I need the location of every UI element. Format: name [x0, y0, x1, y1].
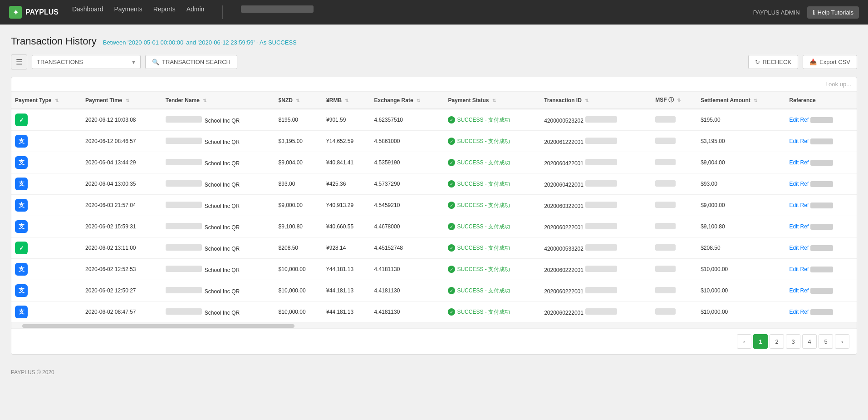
scrollbar-thumb[interactable] — [22, 324, 294, 328]
edit-ref-button[interactable]: Edit Ref — [790, 159, 809, 166]
blurred-ref-value — [810, 138, 833, 144]
edit-ref-button[interactable]: Edit Ref — [790, 117, 809, 123]
cell-payment-status: ✓ SUCCESS - 支付成功 — [444, 280, 540, 301]
blurred-ref-value — [810, 160, 833, 166]
cell-nzd: $9,004.00 — [275, 152, 323, 173]
col-nzd[interactable]: $NZD ⇅ — [275, 92, 323, 109]
blurred-tender-prefix — [166, 266, 202, 272]
cell-reference: Edit Ref — [786, 280, 857, 301]
transactions-table: Payment Type ⇅ Payment Time ⇅ Tender Nam… — [11, 92, 857, 323]
col-exchange-rate[interactable]: Exchange Rate ⇅ — [371, 92, 445, 109]
cell-transaction-id: 4200000523202 — [540, 109, 652, 131]
toolbar-right: ↻ RECHECK 📥 Export CSV — [748, 55, 858, 69]
table-row: 支2020-06-02 15:59:31School Inc QR$9,100.… — [11, 216, 857, 237]
col-transaction-id[interactable]: Transaction ID ⇅ — [540, 92, 652, 109]
col-rmb[interactable]: ¥RMB ⇅ — [323, 92, 370, 109]
col-payment-status[interactable]: Payment Status ⇅ — [444, 92, 540, 109]
cell-exchange-rate: 4.5459210 — [371, 195, 445, 216]
cell-msf — [652, 109, 697, 131]
col-payment-type[interactable]: Payment Type ⇅ — [11, 92, 82, 109]
pagination-prev[interactable]: ‹ — [737, 334, 751, 349]
cell-nzd: $10,000.00 — [275, 280, 323, 301]
edit-ref-button[interactable]: Edit Ref — [790, 245, 809, 251]
blurred-msf — [655, 159, 676, 165]
cell-payment-type: ✓ — [11, 109, 82, 131]
edit-ref-button[interactable]: Edit Ref — [790, 181, 809, 187]
col-settlement[interactable]: Settlement Amount ⇅ — [697, 92, 785, 109]
blurred-ref-value — [810, 245, 833, 251]
hamburger-icon: ☰ — [16, 58, 22, 66]
logo[interactable]: ✦ PAYPLUS — [9, 6, 59, 19]
transactions-select[interactable]: TRANSACTIONS — [32, 55, 141, 69]
edit-ref-button[interactable]: Edit Ref — [790, 287, 809, 294]
table-row: ✓2020-06-02 13:11:00School Inc QR$208.50… — [11, 237, 857, 259]
col-reference[interactable]: Reference — [786, 92, 857, 109]
col-msf[interactable]: MSF ⓘ ⇅ — [652, 92, 697, 109]
recheck-button[interactable]: ↻ RECHECK — [748, 55, 799, 69]
cell-rmb: ¥40,841.41 — [323, 152, 370, 173]
help-tutorials-button[interactable]: ℹ Help Tutorials — [807, 6, 859, 19]
table-row: 支2020-06-12 08:46:57School Inc QR$3,195.… — [11, 131, 857, 152]
horizontal-scrollbar[interactable] — [11, 323, 857, 328]
cell-settlement: $9,100.80 — [697, 216, 785, 237]
cell-tender-name: School Inc QR — [162, 280, 275, 301]
cell-settlement: $9,004.00 — [697, 152, 785, 173]
cell-payment-status: ✓ SUCCESS - 支付成功 — [444, 173, 540, 195]
cell-exchange-rate: 4.5359190 — [371, 152, 445, 173]
cell-payment-status: ✓ SUCCESS - 支付成功 — [444, 301, 540, 323]
alipay-icon: 支 — [15, 178, 28, 190]
blurred-ref-value — [810, 117, 833, 123]
search-label: TRANSACTION SEARCH — [162, 59, 230, 65]
success-check-icon: ✓ — [448, 180, 455, 188]
transaction-search-button[interactable]: 🔍 TRANSACTION SEARCH — [145, 55, 237, 69]
edit-ref-button[interactable]: Edit Ref — [790, 223, 809, 230]
nav-payments[interactable]: Payments — [114, 5, 142, 19]
table-body: ✓2020-06-12 10:03:08School Inc QR$195.00… — [11, 109, 857, 323]
table-wrapper: Payment Type ⇅ Payment Time ⇅ Tender Nam… — [11, 92, 857, 323]
pagination-next[interactable]: › — [835, 334, 849, 349]
cell-payment-type: 支 — [11, 216, 82, 237]
edit-ref-button[interactable]: Edit Ref — [790, 138, 809, 144]
pagination-page-5[interactable]: 5 — [819, 334, 833, 349]
cell-nzd: $93.00 — [275, 173, 323, 195]
edit-ref-button[interactable]: Edit Ref — [790, 202, 809, 208]
menu-icon-button[interactable]: ☰ — [11, 54, 27, 69]
blurred-txn-suffix — [585, 138, 617, 144]
cell-payment-time: 2020-06-04 13:44:29 — [82, 152, 162, 173]
cell-rmb: ¥40,660.55 — [323, 216, 370, 237]
lookup-text: Look up... — [825, 81, 851, 88]
edit-ref-button[interactable]: Edit Ref — [790, 266, 809, 272]
export-csv-button[interactable]: 📥 Export CSV — [803, 55, 857, 69]
alipay-icon: 支 — [15, 199, 28, 212]
recheck-label: RECHECK — [763, 59, 792, 65]
pagination-page-4[interactable]: 4 — [802, 334, 817, 349]
cell-tender-name: School Inc QR — [162, 152, 275, 173]
nav-reports[interactable]: Reports — [153, 5, 176, 19]
cell-payment-status: ✓ SUCCESS - 支付成功 — [444, 216, 540, 237]
cell-nzd: $9,000.00 — [275, 195, 323, 216]
cell-payment-status: ✓ SUCCESS - 支付成功 — [444, 259, 540, 280]
nav-admin[interactable]: Admin — [186, 5, 205, 19]
cell-nzd: $9,100.80 — [275, 216, 323, 237]
cell-exchange-rate: 4.62357510 — [371, 109, 445, 131]
cell-tender-name: School Inc QR — [162, 216, 275, 237]
pagination-page-2[interactable]: 2 — [770, 334, 784, 349]
blurred-tender-prefix — [166, 180, 202, 187]
nav-dashboard[interactable]: Dashboard — [72, 5, 103, 19]
search-icon: 🔍 — [152, 59, 159, 65]
cell-rmb: ¥928.14 — [323, 237, 370, 259]
pagination-page-1[interactable]: 1 — [753, 334, 768, 349]
alipay-icon: 支 — [15, 156, 28, 169]
cell-transaction-id: 2020060422001 — [540, 173, 652, 195]
blurred-ref-value — [810, 288, 833, 294]
blurred-ref-value — [810, 309, 833, 315]
cell-payment-status: ✓ SUCCESS - 支付成功 — [444, 109, 540, 131]
edit-ref-button[interactable]: Edit Ref — [790, 309, 809, 315]
wechat-icon: ✓ — [15, 242, 28, 254]
blurred-txn-suffix — [585, 116, 617, 123]
blurred-txn-suffix — [585, 287, 617, 293]
col-tender-name[interactable]: Tender Name ⇅ — [162, 92, 275, 109]
pagination-page-3[interactable]: 3 — [786, 334, 800, 349]
cell-transaction-id: 2020060222001 — [540, 216, 652, 237]
col-payment-time[interactable]: Payment Time ⇅ — [82, 92, 162, 109]
